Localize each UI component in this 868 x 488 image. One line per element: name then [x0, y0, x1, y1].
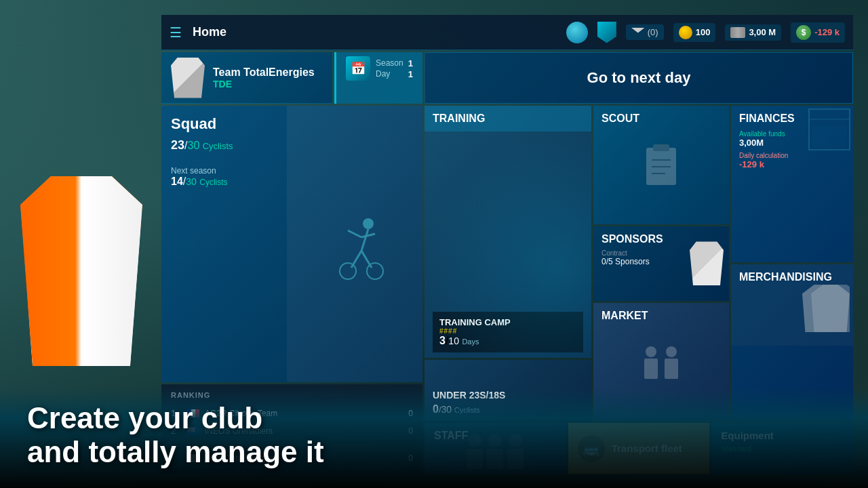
team-card: Team TotalEnergies TDE: [161, 52, 332, 104]
finances-daily: Daily calculation -129 k: [739, 152, 845, 169]
svg-point-0: [363, 218, 374, 229]
market-title: MARKET: [601, 310, 648, 322]
svg-point-13: [646, 346, 656, 357]
top-nav: ☰ Home (0) 100 3,00 M $ -129 k: [161, 15, 853, 50]
overlay-text1: Create your club: [27, 401, 262, 434]
flag-icon[interactable]: [597, 22, 616, 43]
season-card: 📅 Season 1 Day 1: [334, 52, 422, 104]
next-total: 30: [186, 176, 197, 187]
scout-title: SCOUT: [601, 113, 721, 125]
money-value: 3,00 M: [749, 27, 776, 37]
jersey-shape: [20, 176, 142, 366]
next-count: 14: [171, 176, 183, 187]
team-abbreviation: TDE: [213, 79, 323, 89]
money-icon: [730, 27, 745, 38]
team-season-row: Team TotalEnergies TDE 📅 Season 1: [161, 52, 422, 104]
team-name: Team TotalEnergies: [213, 66, 323, 79]
next-unit: Cyclists: [199, 178, 227, 187]
dollar-icon: $: [796, 25, 811, 40]
coin-icon: [679, 26, 692, 39]
finances-merch-col: FINANCES Available funds 3,00M Daily cal…: [731, 106, 853, 421]
menu-icon[interactable]: ☰: [170, 24, 182, 41]
training-col: TRAINING TRAINING CAMP #### 3/10 Days: [425, 106, 591, 421]
finances-bg-decoration: [806, 106, 853, 153]
daily-calc-value: -129 k: [739, 159, 845, 169]
mail-count: (0): [648, 27, 658, 37]
sponsor-unit: Sponsors: [615, 257, 650, 266]
merch-title: MERCHANDISING: [739, 271, 832, 283]
next-day-button[interactable]: Go to next day: [425, 52, 853, 104]
sponsor-total: 5: [608, 257, 613, 266]
merch-jerseys: [802, 285, 850, 335]
coins-display: 100: [673, 23, 716, 42]
calendar-icon: 📅: [346, 56, 370, 81]
squad-next-label: Next season: [171, 166, 413, 176]
svg-rect-14: [644, 359, 658, 379]
svg-line-3: [361, 234, 375, 237]
svg-rect-9: [653, 144, 669, 151]
globe-icon[interactable]: [566, 22, 588, 43]
day-label: Day: [376, 69, 390, 79]
svg-line-1: [361, 229, 368, 251]
team-jersey: [171, 58, 205, 98]
nav-icons: (0) 100 3,00 M $ -129 k: [566, 22, 845, 43]
sponsors-jersey: [690, 241, 724, 285]
svg-rect-19: [812, 126, 846, 150]
svg-line-2: [348, 230, 361, 237]
daily-value: -129 k: [814, 27, 840, 37]
finances-panel[interactable]: FINANCES Available funds 3,00M Daily cal…: [731, 106, 853, 262]
scout-sponsor-col: SCOUT SPONSORS Contract 0/5 Sponsors: [593, 106, 729, 421]
bottom-overlay: Create your club and totally manage it: [0, 388, 868, 488]
svg-point-15: [666, 346, 677, 357]
daily-display: $ -129 k: [791, 22, 845, 43]
coin-value: 100: [696, 27, 711, 37]
scout-panel[interactable]: SCOUT: [593, 106, 729, 224]
squad-total: 30: [187, 140, 199, 151]
season-value: 1: [408, 58, 413, 68]
squad-next-count: 14/30 Cyclists: [171, 176, 413, 188]
squad-count: 23/30 Cyclists: [171, 138, 413, 152]
day-value: 1: [408, 69, 413, 79]
training-glow: [425, 131, 591, 358]
squad-card[interactable]: Squad 23/30 Cyclists Next season 14/30 C…: [161, 106, 422, 382]
sponsors-panel[interactable]: SPONSORS Contract 0/5 Sponsors: [593, 226, 729, 301]
mail-button[interactable]: (0): [626, 24, 664, 40]
sponsor-current: 0: [601, 257, 606, 266]
jersey-display: [20, 176, 156, 393]
svg-rect-16: [665, 359, 678, 379]
svg-point-6: [340, 263, 356, 279]
svg-marker-22: [811, 285, 850, 332]
svg-point-7: [367, 263, 383, 279]
training-camp-area: TRAINING CAMP #### 3/10 Days: [425, 131, 591, 358]
training-header: TRAINING: [425, 106, 591, 131]
overlay-line1: Create your club: [27, 401, 841, 435]
squad-current: 23: [171, 138, 184, 152]
money-display: 3,00 M: [725, 24, 781, 41]
training-title: TRAINING: [433, 113, 583, 125]
next-day-label: Go to next day: [587, 69, 691, 87]
nav-title: Home: [193, 25, 226, 39]
squad-unit: Cyclists: [203, 141, 233, 151]
team-info: Team TotalEnergies TDE: [213, 66, 323, 89]
season-label: Season: [376, 58, 403, 68]
overlay-line2: and totally manage it: [27, 435, 841, 469]
squad-title: Squad: [171, 115, 413, 133]
middle-row: TRAINING TRAINING CAMP #### 3/10 Days: [425, 106, 853, 421]
training-panel[interactable]: TRAINING TRAINING CAMP #### 3/10 Days: [425, 106, 591, 358]
